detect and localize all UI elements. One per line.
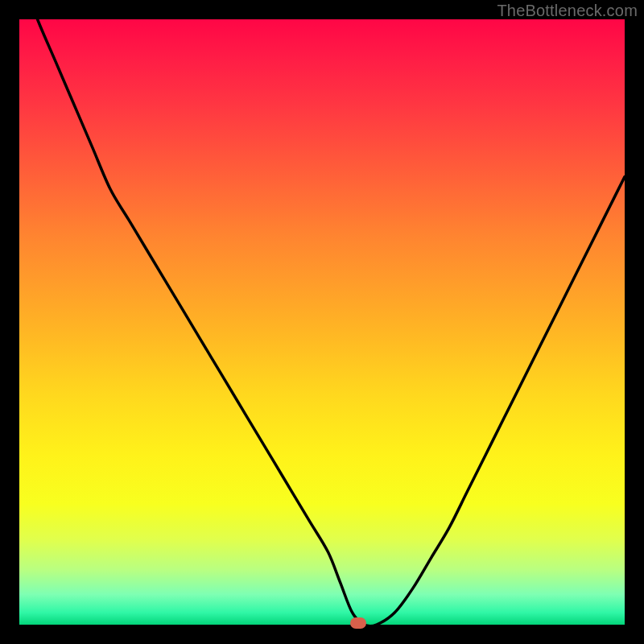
minimum-marker (350, 617, 366, 629)
bottleneck-curve (19, 19, 625, 625)
watermark-label: TheBottleneck.com (497, 2, 638, 20)
stage: TheBottleneck.com (0, 0, 644, 644)
